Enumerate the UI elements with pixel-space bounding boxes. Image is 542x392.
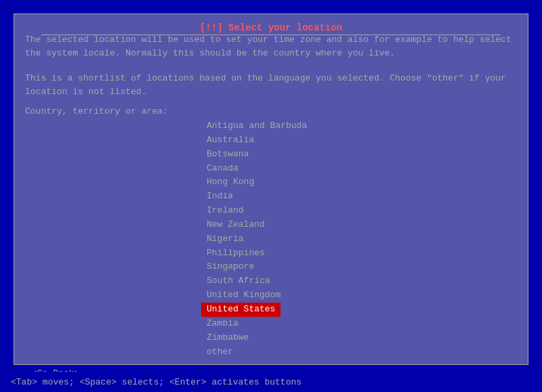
list-item[interactable]: Zambia	[201, 317, 244, 331]
dialog-title: [!!] Select your location	[196, 22, 346, 33]
list-item[interactable]: Australia	[201, 133, 259, 148]
list-item[interactable]: United States	[201, 303, 280, 317]
list-item[interactable]: India	[201, 190, 238, 204]
list-item[interactable]: Nigeria	[201, 232, 249, 246]
list-item[interactable]: Ireland	[201, 204, 249, 218]
window-content: The selected location will be used to se…	[25, 33, 517, 378]
list-item[interactable]: New Zealand	[201, 218, 270, 232]
field-label: Country, territory or area:	[25, 106, 517, 116]
title-bar: [!!] Select your location	[28, 28, 514, 41]
list-item[interactable]: United Kingdom	[201, 288, 286, 303]
title-border	[41, 35, 501, 35]
list-item[interactable]: Hong Kong	[201, 175, 259, 190]
list-item[interactable]: Singapore	[201, 260, 259, 274]
list-item[interactable]: Botswana	[201, 148, 254, 162]
main-dialog: [!!] Select your location The selected l…	[14, 14, 528, 365]
location-list: Antigua and BarbudaAustraliaBotswanaCana…	[201, 119, 517, 359]
list-item[interactable]: Antigua and Barbuda	[201, 119, 312, 133]
list-item[interactable]: Canada	[201, 162, 244, 176]
description-2: This is a shortlist of locations based o…	[25, 72, 517, 98]
list-item[interactable]: Philippines	[201, 246, 270, 261]
list-item[interactable]: other	[201, 345, 238, 360]
list-item[interactable]: South Africa	[201, 274, 276, 288]
list-item[interactable]: Zimbabwe	[201, 331, 254, 345]
status-text: <Tab> moves; <Space> selects; <Enter> ac…	[11, 377, 301, 387]
status-bar: <Tab> moves; <Space> selects; <Enter> ac…	[0, 372, 542, 392]
